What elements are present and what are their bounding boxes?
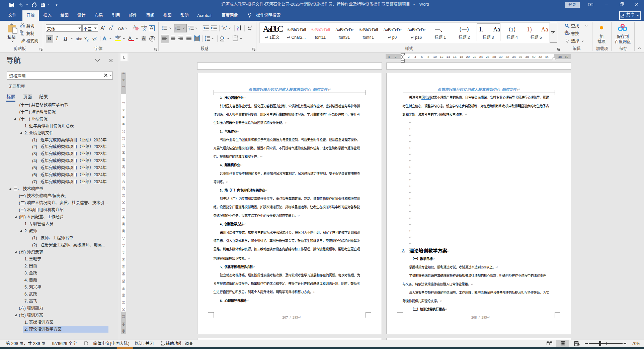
svg-text:A: A <box>223 26 226 30</box>
svg-text:3: 3 <box>175 29 176 30</box>
svg-text:i: i <box>189 29 189 30</box>
svg-text:Z: Z <box>237 28 239 31</box>
